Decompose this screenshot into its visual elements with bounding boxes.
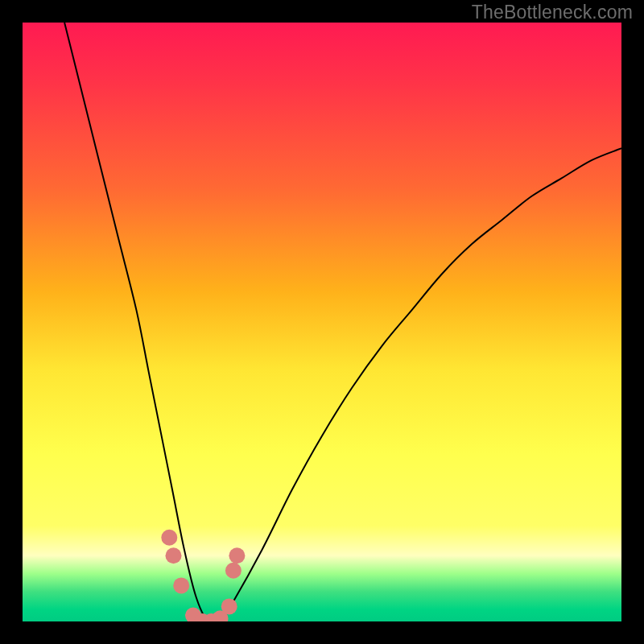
watermark-text: TheBottleneck.com [472, 2, 633, 23]
pink-marker [229, 547, 245, 564]
pink-marker [173, 577, 189, 593]
pink-marker [166, 547, 182, 564]
plot-area [23, 23, 621, 621]
pink-marker [225, 563, 242, 579]
pink-marker [221, 598, 237, 614]
chart-frame: TheBottleneck.com [0, 0, 644, 644]
bottleneck-curve [64, 23, 621, 621]
curve-layer [23, 23, 621, 621]
pink-marker-group [161, 530, 245, 621]
pink-marker [161, 530, 177, 546]
